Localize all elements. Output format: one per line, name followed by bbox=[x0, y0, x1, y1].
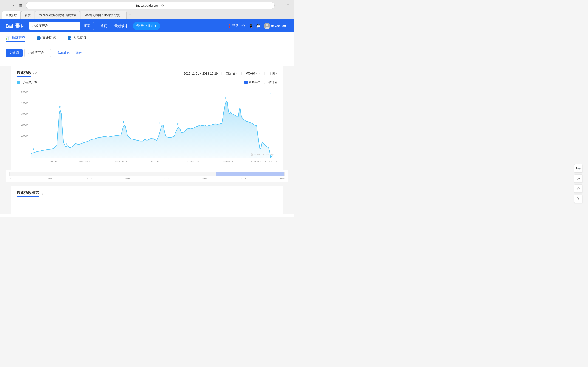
svg-text:2,000: 2,000 bbox=[21, 123, 28, 126]
sub-nav: 📊 趋势研究 🔵 需求图谱 👤 人群画像 bbox=[0, 32, 294, 44]
user-avatar-btn[interactable]: hewanson... bbox=[264, 23, 289, 29]
tab-baidu-index[interactable]: 百度指数 bbox=[2, 11, 21, 19]
portrait-icon: 👤 bbox=[67, 36, 72, 40]
subnav-demand[interactable]: 🔵 需求图谱 bbox=[36, 35, 56, 42]
year-2013: 2013 bbox=[86, 177, 92, 180]
svg-text:2017-02-06: 2017-02-06 bbox=[44, 160, 57, 163]
year-2017: 2017 bbox=[241, 177, 246, 180]
industry-rank-icon: ⓪ bbox=[137, 24, 140, 28]
chart-help-icon[interactable]: ? bbox=[33, 72, 37, 75]
svg-point-4 bbox=[18, 23, 19, 24]
keywords-bar: 关键词 小程序开发 + 添加对比 确定 bbox=[0, 44, 294, 62]
new-tab-button[interactable]: + bbox=[127, 11, 133, 19]
svg-text:2018-03-05: 2018-03-05 bbox=[187, 160, 199, 163]
year-2016: 2016 bbox=[202, 177, 208, 180]
annotation-f: F bbox=[159, 121, 161, 125]
baidu-logo-svg: Bai 指数 bbox=[6, 22, 24, 30]
legend-color-box bbox=[17, 81, 20, 84]
search-input[interactable] bbox=[29, 22, 80, 30]
divider-3: | bbox=[264, 72, 265, 75]
year-2018: 2018 bbox=[279, 177, 284, 180]
wechat-icon: 💬 bbox=[256, 24, 260, 28]
add-compare-button[interactable]: + 添加对比 bbox=[50, 49, 73, 57]
nav-links: 首页 最新动态 ⓪ ⓪ 行业排行 bbox=[97, 22, 227, 30]
overview-title: 搜索指数概览 bbox=[17, 190, 39, 197]
svg-text:2018-06-11: 2018-06-11 bbox=[222, 160, 234, 163]
svg-text:5,000: 5,000 bbox=[21, 90, 28, 93]
annotation-e: E bbox=[123, 121, 125, 124]
svg-text:Bai: Bai bbox=[6, 23, 13, 29]
svg-text:2018-09-17: 2018-09-17 bbox=[251, 160, 263, 163]
help-center-icon: ❓ bbox=[227, 24, 231, 28]
nav-latest[interactable]: 最新动态 bbox=[112, 22, 131, 30]
address-bar[interactable]: index.baidu.com ⟳ bbox=[26, 2, 275, 9]
chart-section: 搜索指数 ? 2016-11-01 ~ 2018-10-29 | 自定义 ▾ |… bbox=[11, 66, 283, 170]
svg-text:4,000: 4,000 bbox=[21, 101, 28, 104]
add-tab-button[interactable]: ☐ bbox=[285, 2, 291, 9]
svg-text:1,000: 1,000 bbox=[21, 134, 28, 137]
legend-keyword-label: 小程序开发 bbox=[22, 80, 37, 84]
username-label: hewanson... bbox=[271, 24, 289, 28]
legend-right: ✓ 新闻头条 平均值 bbox=[244, 80, 277, 84]
help-center-link[interactable]: ❓ 帮助中心 bbox=[227, 24, 245, 28]
region-label: 全国 bbox=[269, 72, 275, 76]
custom-dropdown[interactable]: 自定义 ▾ bbox=[226, 72, 237, 76]
confirm-button[interactable]: 确定 bbox=[75, 51, 82, 55]
device-arrow: ▾ bbox=[259, 72, 260, 75]
mobile-icon: 📱 bbox=[249, 24, 253, 28]
overview-help-icon[interactable]: ? bbox=[41, 192, 44, 195]
wechat-icon-btn[interactable]: 💬 bbox=[256, 24, 260, 28]
share-button[interactable]: ⮡ bbox=[277, 2, 283, 9]
tab-baidu[interactable]: 百度 bbox=[21, 11, 35, 19]
svg-text:2018-10-29: 2018-10-29 bbox=[265, 160, 277, 163]
chart-controls: 2016-11-01 ~ 2018-10-29 | 自定义 ▾ | PC+移动 … bbox=[184, 72, 277, 76]
avatar bbox=[264, 23, 270, 29]
annotation-b: B bbox=[59, 105, 61, 108]
reload-button[interactable]: ⟳ bbox=[162, 4, 164, 7]
annotation-h: H bbox=[197, 120, 199, 124]
keyword-tag[interactable]: 小程序开发 bbox=[24, 49, 48, 57]
mobile-icon-btn[interactable]: 📱 bbox=[249, 24, 253, 28]
tab-macbook-screenshot[interactable]: macbook截屏快捷键_百度搜索 bbox=[35, 11, 80, 19]
avg-checkbox-icon bbox=[264, 81, 267, 84]
sidebar-button[interactable]: ☰ bbox=[17, 2, 24, 9]
annotation-c: C bbox=[66, 142, 68, 146]
svg-text:3,000: 3,000 bbox=[21, 112, 28, 115]
nav-right: ❓ 帮助中心 📱 💬 hewanson... bbox=[227, 23, 289, 29]
news-headline-checkbox[interactable]: ✓ 新闻头条 bbox=[244, 80, 260, 84]
tab-mac-screenshot[interactable]: Mac如何截图？Mac截图快捷键_笔记本电脑_百度... bbox=[81, 11, 127, 19]
keyword-button[interactable]: 关键词 bbox=[6, 49, 23, 57]
line-chart: 5,000 4,000 3,000 2,000 1,000 bbox=[17, 87, 277, 165]
forward-button[interactable]: › bbox=[10, 2, 17, 9]
timeline-bar[interactable] bbox=[9, 172, 285, 176]
search-box: 探索 bbox=[29, 22, 94, 30]
region-dropdown[interactable]: 全国 ▾ bbox=[269, 72, 277, 76]
nav-home[interactable]: 首页 bbox=[97, 22, 110, 30]
avg-label: 平均值 bbox=[268, 80, 277, 84]
annotation-g: G bbox=[177, 123, 179, 126]
demand-icon: 🔵 bbox=[36, 36, 41, 40]
subnav-trend-label: 趋势研究 bbox=[11, 36, 25, 40]
chart-watermark: @index.baidu.com bbox=[251, 153, 274, 156]
chart-container: 5,000 4,000 3,000 2,000 1,000 bbox=[17, 87, 277, 165]
page: Bai 指数 探索 首页 最新动态 ⓪ bbox=[0, 19, 294, 217]
tab-bar: 百度指数 百度 macbook截屏快捷键_百度搜索 Mac如何截图？Mac截图快… bbox=[0, 11, 294, 19]
overview-content bbox=[17, 200, 277, 209]
search-button[interactable]: 探索 bbox=[80, 22, 94, 30]
subnav-portrait[interactable]: 👤 人群画像 bbox=[67, 35, 87, 42]
annotation-a: A bbox=[32, 148, 35, 151]
device-label: PC+移动 bbox=[246, 72, 259, 76]
device-dropdown[interactable]: PC+移动 ▾ bbox=[246, 72, 261, 76]
browser-actions: ⮡ ☐ bbox=[277, 2, 291, 9]
nav-buttons: ‹ › ☰ bbox=[3, 2, 24, 9]
subnav-trend[interactable]: 📊 趋势研究 bbox=[6, 35, 25, 42]
industry-rank-button[interactable]: ⓪ ⓪ 行业排行 bbox=[133, 22, 160, 30]
average-checkbox[interactable]: 平均值 bbox=[264, 80, 277, 84]
chart-title: 搜索指数 bbox=[17, 70, 32, 77]
svg-point-7 bbox=[16, 25, 19, 28]
back-button[interactable]: ‹ bbox=[3, 2, 9, 9]
svg-point-3 bbox=[16, 23, 17, 24]
divider-2: | bbox=[241, 72, 242, 75]
annotation-j: J bbox=[270, 91, 272, 94]
svg-text:2017-11-27: 2017-11-27 bbox=[151, 160, 163, 163]
